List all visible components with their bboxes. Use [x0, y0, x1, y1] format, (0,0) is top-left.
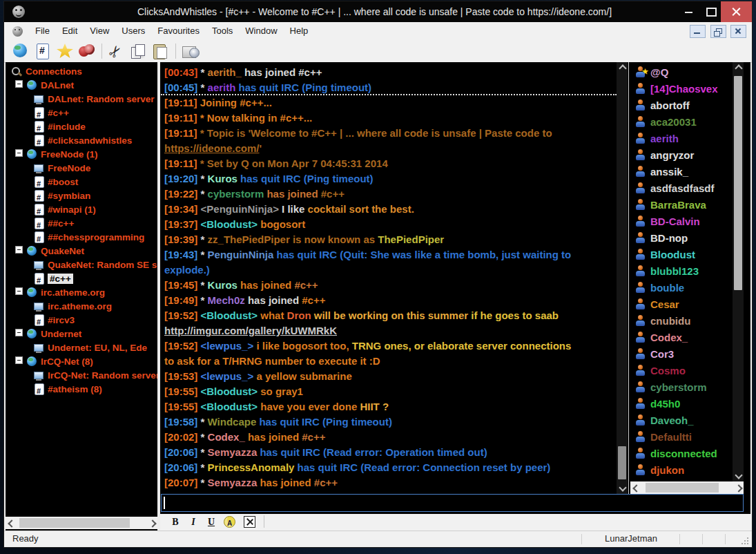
userlist-item-daveoh[interactable]: Daveoh_	[634, 412, 733, 429]
tree-item-boost[interactable]: #boost	[6, 175, 157, 189]
mdi-close-button[interactable]	[730, 25, 746, 38]
menu-edit[interactable]: Edit	[56, 22, 84, 40]
userlist-item-cor3[interactable]: Cor3	[634, 346, 733, 363]
resize-grip[interactable]	[742, 538, 748, 544]
copy-icon[interactable]	[129, 42, 148, 60]
tree-item-dalnet[interactable]: DALnet	[6, 79, 157, 93]
menu-tools[interactable]: Tools	[206, 22, 239, 40]
menu-users[interactable]: Users	[115, 22, 151, 40]
favourites-icon[interactable]	[55, 42, 75, 60]
userlist-item-aerith[interactable]: aerith	[634, 131, 733, 147]
tree-item-freenode[interactable]: FreeNode	[6, 162, 157, 175]
text-color-icon[interactable]	[222, 515, 236, 529]
userlist-item-14-chaosvex[interactable]: [14]Chaosvex	[634, 81, 733, 97]
tree-item-irc-atheme-org[interactable]: irc.atheme.org	[6, 286, 157, 300]
cut-icon[interactable]	[107, 42, 126, 60]
join-channel-icon[interactable]	[33, 42, 52, 60]
tree-item-quakenet-random-se-server[interactable]: QuakeNet: Random SE server	[6, 258, 157, 272]
userlist-item-anssik[interactable]: anssik_	[634, 164, 733, 180]
tree-item-winapi-1[interactable]: #winapi (1)	[6, 203, 157, 217]
tree-item-symbian[interactable]: #symbian	[6, 189, 157, 203]
tree-item-ircv3[interactable]: #ircv3	[6, 314, 157, 327]
mdi-minimize-button[interactable]	[690, 25, 706, 38]
scroll-down-icon[interactable]	[733, 470, 744, 481]
menu-window[interactable]: Window	[239, 22, 283, 40]
tree-horizontal-scrollbar[interactable]	[6, 517, 157, 529]
userlist-item-d45h0[interactable]: d45h0	[634, 396, 733, 412]
userlist-item-q[interactable]: ★@Q	[634, 64, 733, 81]
app-menu-icon[interactable]	[12, 26, 23, 37]
tree-item-c[interactable]: ##c++	[6, 217, 157, 231]
chat-scrollbar[interactable]	[617, 62, 628, 494]
userlist-item-angryzor[interactable]: angryzor	[634, 147, 733, 164]
tree-item-c[interactable]: #c++	[6, 272, 157, 286]
tree-collapse-icon[interactable]	[15, 246, 23, 254]
smileys-icon[interactable]	[77, 42, 97, 60]
userlist-item-bloodust[interactable]: Bloodust	[634, 247, 733, 263]
italic-button[interactable]: I	[186, 515, 200, 529]
userlist-item-aca20031[interactable]: aca20031	[634, 114, 733, 131]
tree-item-connections[interactable]: Connections	[6, 65, 157, 79]
tree-item-clicksandwhistles[interactable]: #clicksandwhistles	[6, 134, 157, 148]
paste-icon[interactable]	[151, 42, 171, 60]
tree-item-undernet[interactable]: Undernet	[6, 327, 157, 341]
userlist-item-disconnected[interactable]: disconnected	[634, 446, 733, 462]
userlist-item-asdfasdfasdf[interactable]: asdfasdfasdf	[634, 180, 733, 197]
tree-item-dalnet-random-server[interactable]: DALnet: Random server	[6, 93, 157, 106]
userlist-item-cyberstorm[interactable]: cyberstorm	[634, 379, 733, 396]
scroll-left-icon[interactable]	[630, 481, 641, 494]
tree-collapse-icon[interactable]	[15, 329, 23, 336]
panel-splitter[interactable]	[157, 62, 160, 531]
userlist-item-blubbl123[interactable]: blubbl123	[634, 263, 733, 280]
chat-scroll-thumb[interactable]	[618, 446, 626, 479]
mdi-restore-button[interactable]	[710, 25, 726, 38]
chat-link[interactable]: https://ideone.com/	[164, 142, 260, 154]
userlist-item-bd-calvin[interactable]: BD-Calvin	[634, 213, 733, 230]
underline-button[interactable]: U	[204, 515, 218, 529]
tree-collapse-icon[interactable]	[15, 356, 23, 364]
message-input[interactable]	[161, 494, 744, 512]
tree-collapse-icon[interactable]	[15, 287, 23, 295]
tree-item-undernet-eu-nl-ede[interactable]: Undernet: EU, NL, Ede	[6, 341, 157, 355]
userlist-scroll-thumb[interactable]	[734, 76, 742, 290]
bold-button[interactable]: B	[168, 515, 182, 529]
userlist-item-bd-nop[interactable]: BD-nop	[634, 230, 733, 247]
menu-help[interactable]: Help	[284, 22, 315, 40]
tree-collapse-icon[interactable]	[15, 80, 23, 88]
tree-item-chessprogramming[interactable]: ##chessprogramming	[6, 231, 157, 245]
userlist-item-cnubidu[interactable]: cnubidu	[634, 313, 733, 329]
scroll-right-icon[interactable]	[733, 481, 744, 494]
tree-collapse-icon[interactable]	[15, 149, 23, 157]
userlist-item-cesar[interactable]: Cesar	[634, 296, 733, 313]
options-icon[interactable]	[181, 42, 200, 60]
userlist-item-barrabrava[interactable]: BarraBrava	[634, 197, 733, 213]
menu-file[interactable]: File	[29, 22, 56, 40]
tree-scroll-thumb[interactable]	[19, 518, 130, 528]
tree-item-ircq-net-random-server[interactable]: IrCQ-Net: Random server	[6, 369, 157, 383]
scroll-right-icon[interactable]	[146, 517, 157, 529]
scroll-left-icon[interactable]	[6, 517, 17, 529]
userlist-scrollbar[interactable]	[733, 62, 744, 481]
menu-favourites[interactable]: Favourites	[151, 22, 206, 40]
tree-item-include[interactable]: #include	[6, 120, 157, 134]
chat-link[interactable]: http://imgur.com/gallery/kUWMRkK	[164, 325, 337, 336]
tree-item-atheism-8[interactable]: #atheism (8)	[6, 383, 157, 397]
userlist-item-defaultti[interactable]: Defaultti	[634, 429, 733, 446]
userlist-hscroll-thumb[interactable]	[646, 483, 719, 493]
close-button[interactable]	[721, 1, 752, 22]
userlist-item-cosmo[interactable]: Cosmo	[634, 363, 733, 379]
userlist-item-bouble[interactable]: bouble	[634, 280, 733, 296]
scroll-up-icon[interactable]	[617, 62, 628, 73]
minimize-button[interactable]	[679, 1, 699, 22]
menu-view[interactable]: View	[84, 22, 115, 40]
scroll-up-icon[interactable]	[733, 62, 744, 73]
userlist-horizontal-scrollbar[interactable]	[630, 481, 744, 494]
tree-item-irc-atheme-org[interactable]: irc.atheme.org	[6, 300, 157, 314]
tree-item-quakenet[interactable]: QuakeNet	[6, 245, 157, 258]
maximize-button[interactable]	[699, 1, 721, 22]
scroll-down-icon[interactable]	[617, 483, 628, 494]
clear-format-icon[interactable]	[243, 515, 257, 529]
userlist-item-djukon[interactable]: djukon	[634, 462, 733, 479]
connect-icon[interactable]	[11, 42, 30, 60]
userlist-item-codex[interactable]: Codex_	[634, 329, 733, 346]
